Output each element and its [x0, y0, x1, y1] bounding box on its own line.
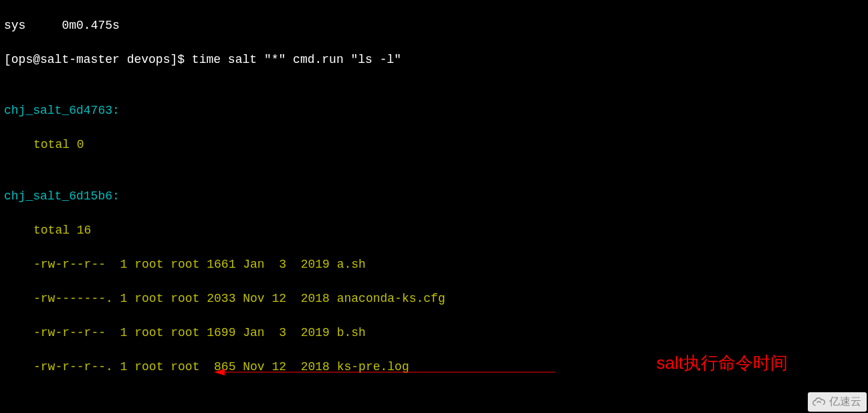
time-sys-line: sys 0m0.475s [4, 17, 864, 35]
minion-block-1: chj_salt_6d15b6: [4, 188, 864, 205]
minion-name: chj_salt_6d15b6 [4, 189, 112, 203]
annotation-text: salt执行命令时间 [657, 351, 788, 376]
file-line: -rw-r--r-- 1 root root 1699 Jan 3 2019 b… [4, 325, 864, 342]
file-line: -rw-r--r-- 1 root root 1661 Jan 3 2019 a… [4, 256, 864, 274]
total-line: total 16 [4, 222, 864, 240]
watermark-text: 亿速云 [829, 394, 861, 410]
total-line: total 0 [4, 137, 864, 154]
watermark: 亿速云 [808, 392, 867, 412]
cloud-icon [812, 396, 827, 408]
minion-block-2: chj_salt_454876: [4, 410, 864, 413]
sys-time: 0m0.475s [62, 19, 119, 32]
file-line: -rw-------. 1 root root 2033 Nov 12 2018… [4, 291, 864, 308]
prompt-line: [ops@salt-master devops]$ time salt "*" … [4, 52, 864, 69]
minion-block-0: chj_salt_6d4763: [4, 102, 864, 120]
minion-name: chj_salt_6d4763 [4, 104, 112, 117]
shell-prompt: [ops@salt-master devops]$ [4, 53, 192, 66]
shell-command: time salt "*" cmd.run "ls -l" [192, 53, 401, 66]
sys-label: sys [4, 19, 25, 32]
